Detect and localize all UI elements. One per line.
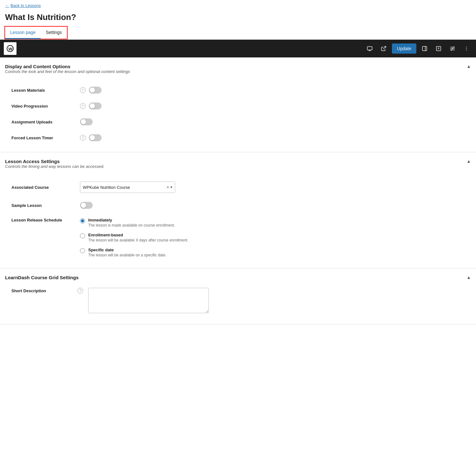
svg-point-18 [466, 48, 467, 49]
sample-lesson-row: Sample Lesson [5, 197, 471, 213]
more-options-icon-btn[interactable] [461, 43, 472, 54]
lesson-materials-toggle[interactable] [89, 87, 102, 94]
short-description-help-icon[interactable]: ? [77, 288, 83, 294]
page-title: What Is Nutrition? [0, 11, 476, 26]
tab-lesson-page[interactable]: Lesson page [5, 27, 41, 39]
associated-course-arrow-icon: ▾ [170, 185, 172, 189]
svg-text:W: W [9, 47, 13, 51]
forced-lesson-timer-toggle[interactable] [89, 134, 102, 141]
associated-course-clear-icon[interactable]: × [165, 185, 170, 190]
release-schedule-radio-group: Immediately The lesson is made available… [80, 218, 188, 257]
video-progression-label: Video Progression [11, 104, 75, 109]
display-content-title: Display and Content Options [5, 64, 130, 69]
associated-course-label: Associated Course [11, 185, 75, 190]
editor-toolbar: W Update [0, 40, 476, 57]
course-grid-collapse-icon[interactable]: ▲ [466, 275, 471, 280]
toolbar-actions: Update [364, 43, 472, 54]
lesson-materials-label: Lesson Materials [11, 88, 75, 93]
course-grid-title: LearnDash Course Grid Settings [5, 275, 79, 280]
radio-enrollment-based-label: Enrollment-based [88, 233, 188, 237]
associated-course-select[interactable]: WPKube Nutrition Course × ▾ [80, 182, 175, 193]
radio-immediately: Immediately The lesson is made available… [80, 218, 188, 228]
back-link-label: Back to Lessons [10, 3, 41, 8]
lesson-materials-row: Lesson Materials ? [5, 82, 471, 98]
svg-point-17 [466, 47, 467, 47]
sample-lesson-label: Sample Lesson [11, 203, 75, 208]
external-link-icon-btn[interactable] [378, 43, 389, 54]
edit-icon-btn[interactable] [433, 43, 444, 54]
wp-logo[interactable]: W [4, 42, 17, 55]
short-description-textarea[interactable] [88, 288, 209, 313]
back-arrow-icon: ← [5, 3, 9, 8]
svg-line-5 [383, 46, 386, 49]
radio-enrollment-based-desc: The lesson will be available X days afte… [88, 238, 188, 242]
short-description-label: Short Description [11, 288, 75, 293]
forced-lesson-timer-label: Forced Lesson Timer [11, 135, 75, 140]
short-description-row: Short Description ? [5, 283, 471, 318]
back-to-lessons-link[interactable]: ← Back to Lessons [0, 0, 46, 11]
radio-enrollment-based-input[interactable] [80, 233, 85, 238]
tab-settings[interactable]: Settings [41, 27, 67, 39]
lesson-release-schedule-row: Lesson Release Schedule Immediately The … [5, 213, 471, 262]
update-button[interactable]: Update [392, 43, 416, 54]
associated-course-value: WPKube Nutrition Course [83, 185, 165, 190]
svg-rect-6 [422, 46, 427, 51]
lesson-access-title: Lesson Access Settings [5, 159, 104, 164]
radio-specific-date-desc: The lesson will be available on a specif… [88, 253, 166, 257]
radio-specific-date-input[interactable] [80, 248, 85, 253]
radio-specific-date: Specific date The lesson will be availab… [80, 248, 188, 257]
forced-lesson-timer-help-icon[interactable]: ? [80, 135, 86, 141]
course-grid-section: LearnDash Course Grid Settings ▲ Short D… [0, 268, 476, 324]
tools-icon-btn[interactable] [447, 43, 458, 54]
lesson-materials-help-icon[interactable]: ? [80, 87, 86, 93]
assignment-uploads-row: Assignment Uploads [5, 114, 471, 130]
display-content-section: Display and Content Options Controls the… [0, 57, 476, 152]
lesson-access-section: Lesson Access Settings Controls the timi… [0, 152, 476, 268]
preview-icon-btn[interactable] [364, 43, 375, 54]
lesson-release-schedule-label: Lesson Release Schedule [11, 218, 75, 222]
video-progression-toggle[interactable] [89, 102, 102, 109]
radio-specific-date-label: Specific date [88, 248, 166, 252]
display-content-collapse-icon[interactable]: ▲ [466, 64, 471, 69]
sample-lesson-toggle[interactable] [80, 202, 93, 209]
svg-point-19 [466, 50, 467, 50]
forced-lesson-timer-row: Forced Lesson Timer ? [5, 130, 471, 146]
display-content-desc: Controls the look and feel of the lesson… [5, 69, 130, 74]
lesson-access-desc: Controls the timing and way lessons can … [5, 164, 104, 169]
associated-course-row: Associated Course WPKube Nutrition Cours… [5, 177, 471, 197]
radio-immediately-desc: The lesson is made available on course e… [88, 223, 175, 228]
radio-immediately-label: Immediately [88, 218, 175, 222]
assignment-uploads-toggle[interactable] [80, 118, 93, 125]
assignment-uploads-label: Assignment Uploads [11, 120, 75, 124]
video-progression-row: Video Progression ? [5, 98, 471, 114]
sidebar-toggle-icon-btn[interactable] [419, 43, 430, 54]
radio-enrollment-based: Enrollment-based The lesson will be avai… [80, 233, 188, 242]
lesson-access-collapse-icon[interactable]: ▲ [466, 159, 471, 164]
video-progression-help-icon[interactable]: ? [80, 103, 86, 109]
radio-immediately-input[interactable] [80, 218, 85, 223]
svg-rect-2 [367, 47, 372, 50]
